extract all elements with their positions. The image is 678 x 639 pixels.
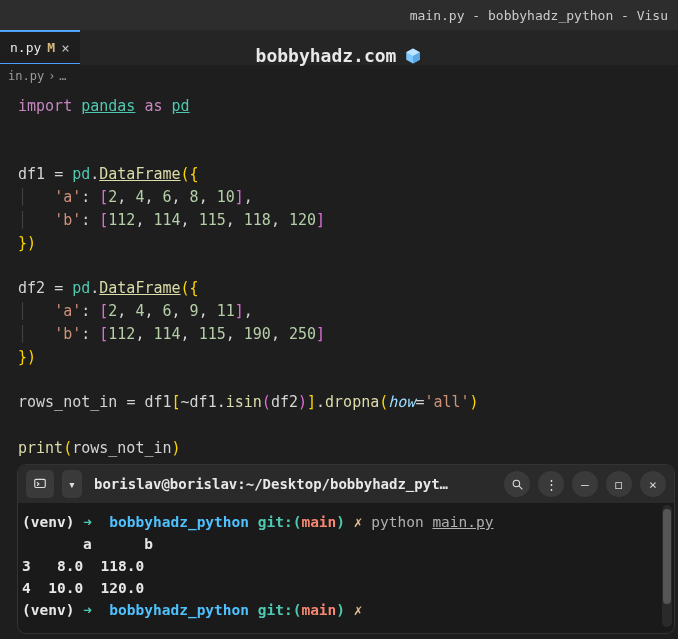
num: 115 bbox=[199, 325, 226, 343]
op-eq: = bbox=[54, 279, 63, 297]
terminal-new-tab-button[interactable] bbox=[26, 470, 54, 498]
chevron-right-icon: › bbox=[48, 69, 55, 83]
term-cmd: python bbox=[371, 514, 423, 530]
num: 6 bbox=[163, 302, 172, 320]
term-dirty-icon: ✗ bbox=[354, 514, 363, 530]
code-editor[interactable]: import pandas as pd df1 = pd.DataFrame({… bbox=[0, 87, 678, 468]
obj-pd: pd bbox=[72, 279, 90, 297]
term-output-row: 3 8.0 118.0 bbox=[22, 558, 144, 574]
term-dirty-icon: ✗ bbox=[354, 602, 363, 618]
num: 114 bbox=[153, 325, 180, 343]
num: 8 bbox=[190, 188, 199, 206]
tab-filename: n.py bbox=[10, 40, 41, 55]
term-branch: main bbox=[301, 514, 336, 530]
terminal-icon bbox=[33, 477, 47, 491]
op-tilde: ~ bbox=[181, 393, 190, 411]
window-title-bar: main.py - bobbyhadz_python - Visu bbox=[0, 0, 678, 30]
param-how: how bbox=[388, 393, 415, 411]
terminal-dropdown-button[interactable]: ▾ bbox=[62, 470, 82, 498]
num: 120 bbox=[289, 211, 316, 229]
num: 115 bbox=[199, 211, 226, 229]
op-eq: = bbox=[54, 165, 63, 183]
module-pandas: pandas bbox=[81, 97, 135, 115]
terminal-panel: ▾ borislav@borislav:~/Desktop/bobbyhadz_… bbox=[18, 465, 674, 633]
num: 2 bbox=[108, 302, 117, 320]
var-df1: df1 bbox=[144, 393, 171, 411]
maximize-icon: ◻ bbox=[615, 477, 623, 492]
num: 6 bbox=[163, 188, 172, 206]
var-rows-not-in: rows_not_in bbox=[18, 393, 117, 411]
terminal-menu-button[interactable]: ⋮ bbox=[538, 471, 564, 497]
num: 9 bbox=[190, 302, 199, 320]
close-icon: × bbox=[649, 477, 657, 492]
close-icon[interactable]: × bbox=[61, 40, 69, 56]
tab-modified-indicator: M bbox=[47, 40, 55, 55]
fn-dataframe: DataFrame bbox=[99, 279, 180, 297]
var-df2: df2 bbox=[18, 279, 45, 297]
fn-dropna: dropna bbox=[325, 393, 379, 411]
op-dot: . bbox=[90, 165, 99, 183]
term-dir: bobbyhadz_python bbox=[109, 602, 249, 618]
terminal-scrollbar[interactable] bbox=[662, 505, 672, 627]
keyword-as: as bbox=[144, 97, 162, 115]
term-venv: (venv) bbox=[22, 602, 74, 618]
num: 2 bbox=[108, 188, 117, 206]
window-title: main.py - bobbyhadz_python - Visu bbox=[410, 8, 668, 23]
num: 114 bbox=[153, 211, 180, 229]
minimize-icon: – bbox=[581, 477, 589, 492]
op-eq: = bbox=[126, 393, 135, 411]
terminal-body[interactable]: (venv) ➜ bobbyhadz_python git:(main) ✗ p… bbox=[18, 503, 674, 633]
op-dot: . bbox=[90, 279, 99, 297]
term-git: git: bbox=[258, 514, 293, 530]
term-arrow-icon: ➜ bbox=[83, 514, 92, 530]
term-branch: main bbox=[301, 602, 336, 618]
breadcrumb-more: … bbox=[59, 69, 66, 83]
num: 112 bbox=[108, 211, 135, 229]
term-git: git: bbox=[258, 602, 293, 618]
alias-pd: pd bbox=[172, 97, 190, 115]
kebab-menu-icon: ⋮ bbox=[545, 477, 557, 492]
terminal-close-button[interactable]: × bbox=[640, 471, 666, 497]
scrollbar-thumb[interactable] bbox=[663, 509, 671, 604]
breadcrumb-file: in.py bbox=[8, 69, 44, 83]
terminal-search-button[interactable] bbox=[504, 471, 530, 497]
num: 190 bbox=[244, 325, 271, 343]
term-output-row: 4 10.0 120.0 bbox=[22, 580, 144, 596]
terminal-title: borislav@borislav:~/Desktop/bobbyhadz_py… bbox=[90, 476, 496, 492]
term-arrow-icon: ➜ bbox=[83, 602, 92, 618]
terminal-header: ▾ borislav@borislav:~/Desktop/bobbyhadz_… bbox=[18, 465, 674, 503]
fn-isin: isin bbox=[226, 393, 262, 411]
svg-rect-0 bbox=[35, 479, 46, 487]
num: 11 bbox=[217, 302, 235, 320]
terminal-maximize-button[interactable]: ◻ bbox=[606, 471, 632, 497]
key-a: 'a' bbox=[54, 302, 81, 320]
term-venv: (venv) bbox=[22, 514, 74, 530]
key-a: 'a' bbox=[54, 188, 81, 206]
editor-tab-bar: n.py M × bbox=[0, 30, 678, 65]
var-rows-not-in: rows_not_in bbox=[72, 439, 171, 457]
obj-pd: pd bbox=[72, 165, 90, 183]
key-b: 'b' bbox=[54, 325, 81, 343]
num: 250 bbox=[289, 325, 316, 343]
editor-tab-main-py[interactable]: n.py M × bbox=[0, 30, 80, 65]
num: 112 bbox=[108, 325, 135, 343]
var-df1: df1 bbox=[18, 165, 45, 183]
str-all: 'all' bbox=[424, 393, 469, 411]
breadcrumb[interactable]: in.py › … bbox=[0, 65, 678, 87]
term-output-header: a b bbox=[22, 536, 153, 552]
num: 118 bbox=[244, 211, 271, 229]
svg-point-1 bbox=[513, 480, 520, 487]
keyword-import: import bbox=[18, 97, 72, 115]
term-cmd-file: main.py bbox=[432, 514, 493, 530]
chevron-down-icon: ▾ bbox=[68, 477, 76, 492]
var-df1: df1 bbox=[190, 393, 217, 411]
var-df2: df2 bbox=[271, 393, 298, 411]
terminal-minimize-button[interactable]: – bbox=[572, 471, 598, 497]
svg-line-2 bbox=[519, 486, 522, 489]
key-b: 'b' bbox=[54, 211, 81, 229]
fn-dataframe: DataFrame bbox=[99, 165, 180, 183]
search-icon bbox=[511, 478, 524, 491]
term-dir: bobbyhadz_python bbox=[109, 514, 249, 530]
num: 10 bbox=[217, 188, 235, 206]
fn-print: print bbox=[18, 439, 63, 457]
